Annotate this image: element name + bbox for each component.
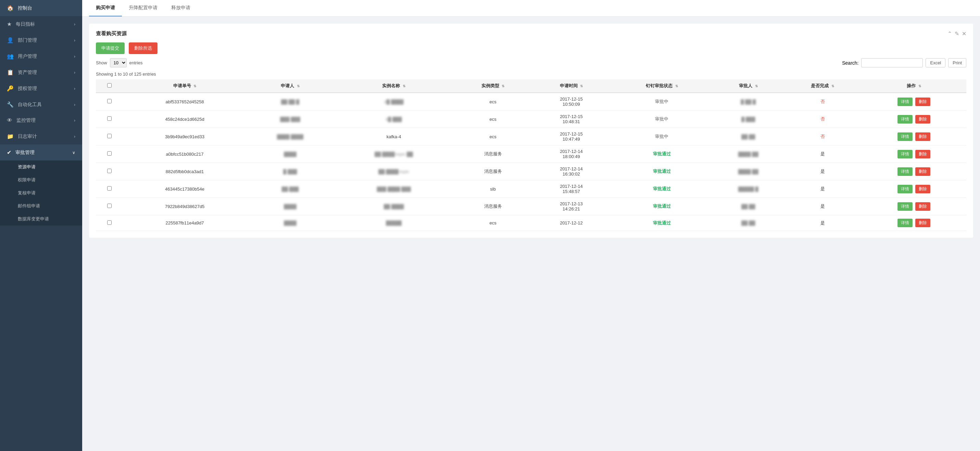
toolbar-right: Search: Excel Print	[842, 58, 966, 67]
toolbar-left: Show 10 25 50 entries	[96, 58, 143, 67]
row-apply-time: 2017-12-1510:48:31	[532, 111, 611, 128]
sidebar-sub-item-review-apply[interactable]: 复核申请	[0, 186, 82, 200]
delete-button[interactable]: 删除	[915, 202, 930, 211]
close-icon[interactable]: ✕	[962, 30, 966, 37]
sidebar-sub-item-resource-apply[interactable]: 资源申请	[0, 160, 82, 173]
col-instance-type: 实例类型 ⇅	[454, 79, 532, 93]
row-checkbox[interactable]	[96, 145, 123, 163]
sub-item-label: 邮件组申请	[18, 203, 40, 208]
main-panel: 查看购买资源 ⌃ ✎ ✕ 申请提交 删除所选 Show 10 25	[89, 24, 973, 238]
edit-icon[interactable]: ✎	[955, 30, 959, 37]
sidebar-item-dashboard[interactable]: 🏠 控制台	[0, 0, 82, 16]
delete-button[interactable]: 删除	[915, 150, 930, 159]
select-all-checkbox[interactable]	[107, 83, 111, 87]
sort-icon[interactable]: ⇅	[755, 84, 758, 88]
delete-button[interactable]: 删除	[915, 97, 930, 106]
search-label: Search:	[842, 60, 858, 66]
row-checkbox[interactable]	[96, 128, 123, 145]
tab-buy[interactable]: 购买申请	[89, 0, 122, 16]
detail-button[interactable]: 详情	[897, 97, 913, 106]
sidebar-item-auto[interactable]: 🔧 自动化工具 ›	[0, 97, 82, 113]
action-buttons: 申请提交 删除所选	[96, 43, 966, 54]
row-approver: █·███	[713, 111, 783, 128]
row-instance-type: 消息服务	[454, 198, 532, 215]
sort-icon[interactable]: ⇅	[831, 84, 834, 88]
chevron-right-icon: ›	[74, 118, 75, 123]
detail-button[interactable]: 详情	[897, 115, 913, 124]
chevron-right-icon: ›	[74, 70, 75, 75]
row-checkbox[interactable]	[96, 163, 123, 180]
sort-icon[interactable]: ⇅	[502, 84, 504, 88]
detail-button[interactable]: 详情	[897, 219, 913, 227]
delete-button[interactable]: 删除	[915, 219, 930, 227]
chevron-right-icon: ›	[74, 102, 75, 107]
sort-icon[interactable]: ⇅	[918, 84, 921, 88]
sort-icon[interactable]: ⇅	[675, 84, 678, 88]
delete-selected-button[interactable]: 删除所选	[129, 43, 158, 54]
sort-icon[interactable]: ⇅	[194, 84, 196, 88]
delete-button[interactable]: 删除	[915, 132, 930, 141]
sidebar-item-auth[interactable]: 🔑 授权管理 ›	[0, 80, 82, 97]
expand-icon[interactable]: ⌃	[947, 30, 952, 37]
table-header-row: 申请单号 ⇅ 申请人 ⇅ 实例名称 ⇅ 实例类型	[96, 79, 966, 93]
sidebar-item-daily[interactable]: ★ 每日指标 ›	[0, 16, 82, 32]
table-row: 3b9b49a9ec91ed33 ████·████ kafka-4 ecs 2…	[96, 128, 966, 145]
row-instance-type: ecs	[454, 128, 532, 145]
excel-button[interactable]: Excel	[926, 58, 945, 67]
table-row: 7922b849d38627d5 ████ ██·████ 消息服务 2017-…	[96, 198, 966, 215]
sort-icon[interactable]: ⇅	[402, 84, 406, 88]
row-instance-type: ecs	[454, 111, 532, 128]
star-icon: ★	[7, 21, 12, 27]
detail-button[interactable]: 详情	[897, 132, 913, 141]
asset-icon: 📋	[7, 69, 14, 76]
row-operation: 详情 删除	[862, 111, 967, 128]
delete-button[interactable]: 删除	[915, 115, 930, 124]
sort-icon[interactable]: ⇅	[297, 84, 300, 88]
chevron-right-icon: ›	[74, 86, 75, 91]
row-applicant: ███·███	[247, 111, 334, 128]
row-dingtalk-status: 审批通过	[611, 180, 713, 198]
submit-button[interactable]: 申请提交	[96, 43, 125, 54]
chevron-right-icon: ›	[74, 38, 75, 43]
sidebar-sub-item-mail-apply[interactable]: 邮件组申请	[0, 200, 82, 213]
sidebar-item-log[interactable]: 📁 日志审计 ›	[0, 128, 82, 145]
main-area: 购买申请 升降配置申请 释放申请 查看购买资源 ⌃ ✎ ✕ 申请提交 删除所选	[82, 0, 980, 451]
col-order-no: 申请单号 ⇅	[123, 79, 246, 93]
col-approver: 审批人 ⇅	[713, 79, 783, 93]
row-instance-type: ecs	[454, 215, 532, 231]
row-applicant: ████·████	[247, 128, 334, 145]
row-completed: 否	[783, 93, 862, 111]
entries-select[interactable]: 10 25 50	[110, 58, 127, 67]
detail-button[interactable]: 详情	[897, 185, 913, 193]
sort-icon[interactable]: ⇅	[580, 84, 583, 88]
sidebar-sub-item-db-apply[interactable]: 数据库变更申请	[0, 213, 82, 226]
sidebar-sub-item-perm-apply[interactable]: 权限申请	[0, 173, 82, 186]
row-approver: ██·██	[713, 198, 783, 215]
sidebar-item-user[interactable]: 👥 用户管理 ›	[0, 48, 82, 64]
row-checkbox[interactable]	[96, 198, 123, 215]
sidebar-item-approval[interactable]: ✔ 审批管理 ∨	[0, 145, 82, 160]
row-checkbox[interactable]	[96, 180, 123, 198]
tab-upgrade[interactable]: 升降配置申请	[122, 0, 164, 16]
row-dingtalk-status: 审批通过	[611, 198, 713, 215]
row-checkbox[interactable]	[96, 93, 123, 111]
sidebar-sub-menu: 资源申请 权限申请 复核申请 邮件组申请 数据库变更申请	[0, 160, 82, 226]
row-checkbox[interactable]	[96, 111, 123, 128]
panel-header: 查看购买资源 ⌃ ✎ ✕	[96, 30, 966, 37]
search-input[interactable]	[861, 58, 923, 67]
tab-release[interactable]: 释放申请	[164, 0, 197, 16]
auto-icon: 🔧	[7, 101, 14, 108]
sidebar-item-dept[interactable]: 👤 部门管理 ›	[0, 32, 82, 48]
sidebar-item-label: 审批管理	[16, 149, 35, 156]
row-operation: 详情 删除	[862, 128, 967, 145]
sidebar-item-monitor[interactable]: 👁 监控管理 ›	[0, 113, 82, 128]
detail-button[interactable]: 详情	[897, 150, 913, 159]
sidebar-item-asset[interactable]: 📋 资产管理 ›	[0, 64, 82, 80]
row-checkbox[interactable]	[96, 215, 123, 231]
table-row: 463445c17380b54e ██·███ ███·████·███ slb…	[96, 180, 966, 198]
print-button[interactable]: Print	[948, 58, 966, 67]
delete-button[interactable]: 删除	[915, 167, 930, 176]
detail-button[interactable]: 详情	[897, 202, 913, 211]
detail-button[interactable]: 详情	[897, 167, 913, 176]
delete-button[interactable]: 删除	[915, 185, 930, 193]
